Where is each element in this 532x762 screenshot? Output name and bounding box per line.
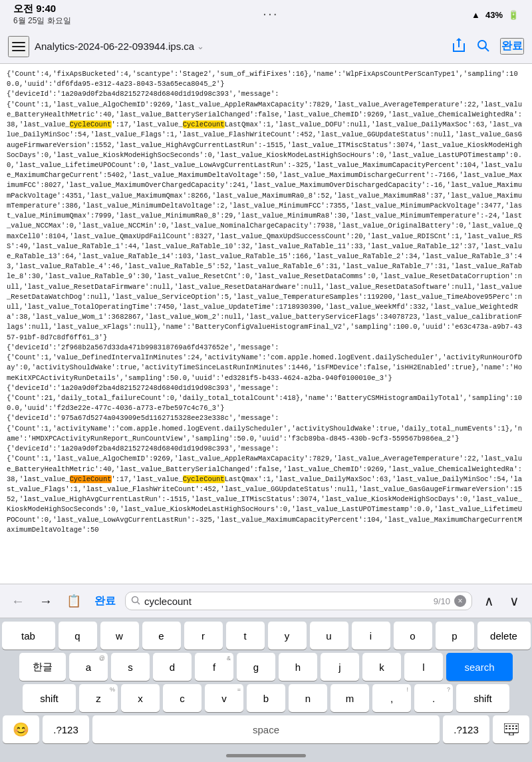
navigation-bar: Analytics-2024-06-22-093944.ips.ca ⌄ 완료: [0, 29, 532, 64]
status-bar: 오전 9:40 6월 25일 화요일 ··· ▲ 43% 🔋: [0, 0, 532, 29]
key-n[interactable]: n: [289, 684, 327, 712]
key-l[interactable]: l: [404, 653, 443, 681]
nav-actions: 완료: [452, 38, 524, 55]
find-done-button[interactable]: 완료: [90, 592, 120, 611]
highlight-cyclecount-3: CycleCount: [183, 475, 225, 483]
emoji-key[interactable]: 😊: [3, 715, 39, 743]
wifi-icon: ▲: [471, 10, 480, 20]
find-search-icon: [131, 596, 140, 607]
notch-dots: ···: [263, 9, 279, 20]
shift-left-key[interactable]: shift: [23, 684, 76, 712]
page-title: Analytics-2024-06-22-093944.ips.ca ⌄: [35, 41, 447, 52]
key-o[interactable]: o: [394, 622, 432, 650]
find-clear-button[interactable]: ×: [454, 595, 466, 607]
status-left: 오전 9:40 6월 25일 화요일: [13, 3, 71, 27]
back-button[interactable]: ←: [7, 590, 29, 612]
search-button[interactable]: [476, 39, 489, 55]
find-input-wrap: 9/10 ×: [125, 592, 472, 610]
battery-percent: 43%: [485, 10, 503, 20]
svg-rect-15: [515, 728, 517, 729]
find-match-count: 9/10: [434, 596, 450, 606]
find-prev-button[interactable]: ∧: [477, 590, 500, 612]
key-e[interactable]: e: [142, 622, 181, 650]
keyboard-row-2: 한글 @ a s d & f g h j k: [0, 650, 532, 681]
svg-rect-10: [512, 725, 514, 727]
svg-rect-2: [12, 50, 25, 51]
clipboard-icon[interactable]: 📋: [63, 590, 85, 612]
key-t[interactable]: t: [226, 622, 265, 650]
key-b[interactable]: b: [247, 684, 285, 712]
forward-button[interactable]: →: [35, 590, 57, 612]
key-d[interactable]: d: [153, 653, 192, 681]
key-m[interactable]: m: [331, 684, 369, 712]
key-h[interactable]: h: [279, 653, 317, 681]
home-bar: [226, 754, 306, 757]
key-w[interactable]: w: [100, 622, 139, 650]
key-i[interactable]: i: [352, 622, 390, 650]
key-j[interactable]: j: [321, 653, 359, 681]
title-chevron-icon: ⌄: [197, 41, 204, 51]
status-right: ▲ 43% 🔋: [471, 10, 519, 20]
key-a[interactable]: @ a: [69, 653, 108, 681]
numbers-right-key[interactable]: .?123: [443, 715, 489, 743]
key-v[interactable]: = v: [205, 684, 243, 712]
key-x[interactable]: x: [121, 684, 160, 712]
svg-rect-0: [12, 42, 25, 43]
svg-line-6: [138, 602, 140, 604]
keyboard-toggle-key[interactable]: [493, 715, 529, 743]
svg-rect-12: [505, 728, 507, 729]
key-s[interactable]: s: [111, 653, 150, 681]
space-key[interactable]: space: [92, 715, 440, 743]
svg-rect-9: [509, 725, 511, 727]
key-c[interactable]: c: [163, 684, 201, 712]
key-k[interactable]: k: [362, 653, 401, 681]
file-content: {'Count':4,'fixApsBucketed':4,'scantype'…: [0, 64, 532, 584]
highlight-cyclecount-2: CycleCount: [183, 120, 225, 128]
share-button[interactable]: [452, 38, 466, 55]
svg-point-3: [478, 41, 486, 49]
numbers-key[interactable]: .?123: [43, 715, 89, 743]
svg-point-5: [132, 596, 138, 602]
home-indicator: [0, 749, 532, 762]
find-next-button[interactable]: ∨: [503, 590, 525, 612]
key-p[interactable]: p: [436, 622, 474, 650]
key-u[interactable]: u: [310, 622, 348, 650]
battery-icon: 🔋: [508, 10, 519, 20]
key-q[interactable]: q: [59, 622, 97, 650]
delete-key[interactable]: delete: [477, 622, 531, 650]
svg-rect-14: [512, 728, 514, 729]
find-input[interactable]: [144, 596, 430, 607]
svg-rect-1: [12, 46, 25, 47]
svg-line-4: [485, 47, 489, 51]
tab-key[interactable]: tab: [2, 622, 55, 650]
menu-button[interactable]: [8, 36, 29, 57]
key-period[interactable]: ? .: [414, 684, 453, 712]
svg-rect-11: [515, 725, 517, 727]
lang-key[interactable]: 한글: [19, 653, 66, 681]
find-bar: ← → 📋 완료 9/10 × ∧ ∨: [0, 584, 532, 618]
keyboard-row-3: shift % z x c = v b n m: [0, 681, 532, 712]
keyboard-row-1: tab q w e r t y u i o p: [0, 618, 532, 650]
status-time: 오전 9:40: [13, 3, 71, 15]
keyboard: tab q w e r t y u i o p: [0, 618, 532, 762]
status-date: 6월 25일 화요일: [13, 15, 71, 27]
key-comma[interactable]: ! ,: [372, 684, 411, 712]
content-area: {'Count':4,'fixApsBucketed':4,'scantype'…: [0, 64, 532, 584]
done-button[interactable]: 완료: [500, 38, 524, 55]
search-key[interactable]: search: [446, 653, 513, 681]
key-z[interactable]: % z: [79, 684, 118, 712]
svg-rect-13: [509, 728, 511, 729]
find-arrows: ∧ ∨: [477, 590, 525, 612]
svg-rect-8: [505, 725, 507, 727]
keyboard-bottom-row: 😊 .?123 space .?123: [0, 712, 532, 749]
key-f[interactable]: & f: [195, 653, 233, 681]
shift-right-key[interactable]: shift: [456, 684, 509, 712]
key-r[interactable]: r: [184, 622, 223, 650]
highlight-cyclecount-1: CycleCount: [70, 120, 112, 128]
key-g[interactable]: g: [237, 653, 275, 681]
highlight-active-cyclecount: CycleCount: [70, 475, 112, 483]
key-y[interactable]: y: [268, 622, 307, 650]
